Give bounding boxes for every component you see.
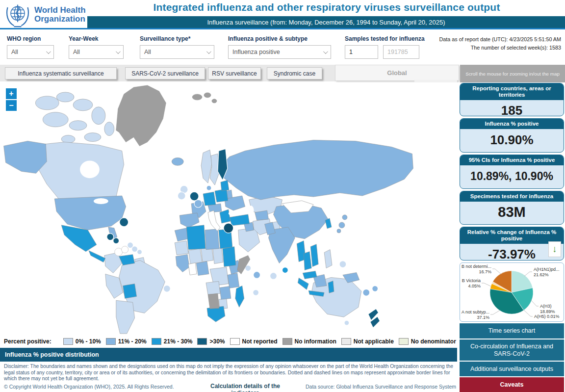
kpi-value: 83M xyxy=(460,202,564,223)
pie-pct: 4.05% xyxy=(468,284,481,288)
map-legend: Percent positive: 0% - 10% 11% - 20% 21%… xyxy=(0,335,459,348)
pie-pct: 37.1% xyxy=(477,315,489,320)
pie-label: A(H3) xyxy=(540,304,552,309)
legend-swatch xyxy=(152,338,161,345)
kpi-card-relative-change: Relative % change of Influenza % positiv… xyxy=(460,227,564,261)
page-title: Integrated influenza and other respirato… xyxy=(88,1,565,13)
header-divider xyxy=(0,28,565,29)
legend-swatch xyxy=(106,338,116,345)
kpi-title: Specimens tested for influenza xyxy=(460,191,564,202)
samples-label: Samples tested for influenza xyxy=(345,35,425,42)
legend-swatch xyxy=(230,338,240,345)
who-logo: World Health Organization xyxy=(4,1,87,28)
world-choropleth-map[interactable] xyxy=(0,82,414,334)
calculation-details-link[interactable]: Calculation details of the indicators xyxy=(196,383,294,392)
caveats-button[interactable]: Caveats xyxy=(460,377,564,392)
copyright-text: © Copyright World Health Organization (W… xyxy=(4,384,174,390)
legend-title: Percent positive: xyxy=(4,338,51,345)
co-circulation-button[interactable]: Co-circulation of Influenza and SARS-CoV… xyxy=(460,340,564,361)
kpi-card-percent-positive: Influenza % positive 10.90% xyxy=(460,118,564,153)
kpi-title: Reporting countries, areas or territorie… xyxy=(460,83,564,100)
pie-label: B not determi... xyxy=(462,264,491,269)
legend-item: Not reported xyxy=(230,338,278,345)
kpi-value: 10.90% xyxy=(460,129,564,151)
legend-swatch xyxy=(399,338,409,345)
pie-label: A(H5) 0.01% xyxy=(534,314,560,319)
legend-item: >30% xyxy=(197,338,225,345)
world-map-area: + − xyxy=(0,82,459,335)
report-info: Data as of report date (UTC): 4/23/2025 … xyxy=(439,35,561,52)
subtype-dropdown[interactable]: Influenza positive xyxy=(228,45,331,59)
pie-wedges[interactable] xyxy=(490,271,533,314)
disclaimer-text: Disclaimer: The boundaries and names sho… xyxy=(4,364,457,382)
kpi-value: 185 xyxy=(460,100,564,116)
year-week-label: Year-Week xyxy=(69,35,99,42)
pie-label: A(H1N1)pd... xyxy=(534,267,560,272)
subtype-pie-card: A(H1N1)pd... 21.62% A(H3) 18.89% A(H5) 0… xyxy=(460,262,564,322)
kpi-card-confidence-intervals: 95% CIs for Influenza % positive 10.89%,… xyxy=(460,155,564,189)
subtype-pie-chart[interactable]: A(H1N1)pd... 21.62% A(H3) 18.89% A(H5) 0… xyxy=(460,263,564,321)
who-emblem-icon xyxy=(4,1,31,28)
surveillance-type-dropdown[interactable]: All xyxy=(140,45,214,59)
legend-swatch xyxy=(282,338,292,345)
who-wordmark: World Health Organization xyxy=(34,6,86,24)
subtype-label: Influenza positive & subtype xyxy=(228,35,308,42)
chevron-down-icon xyxy=(46,49,51,54)
legend-swatch xyxy=(63,338,73,345)
pie-label: B Victoria xyxy=(462,278,481,283)
global-button[interactable]: Global xyxy=(335,65,459,81)
legend-swatch xyxy=(341,338,351,345)
samples-max-input[interactable] xyxy=(383,45,419,59)
chevron-down-icon xyxy=(323,49,328,54)
legend-item: Not applicable xyxy=(341,338,394,345)
legend-item: 11% - 20% xyxy=(106,338,147,345)
kpi-value: 10.89%, 10.90% xyxy=(460,165,564,187)
tab-influenza-systematic[interactable]: Influenza systematic surveillance xyxy=(5,67,117,79)
pie-pct: 18.89% xyxy=(540,309,555,314)
tab-sars-cov-2[interactable]: SARS-CoV-2 surveillance xyxy=(125,67,205,79)
tab-rsv[interactable]: RSV surveillance xyxy=(208,67,261,79)
distribution-section-title: Influenza % positive distribution xyxy=(0,348,457,362)
who-region-dropdown[interactable]: All xyxy=(7,45,54,59)
who-region-label: WHO region xyxy=(7,35,41,42)
kpi-card-reporting-countries: Reporting countries, areas or territorie… xyxy=(460,83,564,116)
chevron-down-icon xyxy=(206,49,211,54)
legend-swatch xyxy=(197,338,207,345)
pie-pct: 16.7% xyxy=(479,269,491,274)
legend-item: No denominator xyxy=(399,338,456,345)
chevron-down-icon xyxy=(116,49,121,54)
legend-item: No information xyxy=(282,338,336,345)
trend-down-arrow-icon: ↓ xyxy=(548,241,561,257)
data-source-text: Data source: Global Influenza Surveillan… xyxy=(298,384,456,390)
kpi-title: Influenza % positive xyxy=(460,119,564,129)
time-series-chart-button[interactable]: Time series chart xyxy=(460,323,564,339)
pie-label: A not subtyp... xyxy=(462,310,489,314)
year-week-dropdown[interactable]: All xyxy=(69,45,124,59)
samples-min-input[interactable] xyxy=(345,45,378,59)
map-zoom-in-button[interactable]: + xyxy=(6,88,17,99)
map-scroll-hint: Scroll the mouse for zooming in/out the … xyxy=(460,65,565,82)
legend-item: 21% - 30% xyxy=(152,338,193,345)
surveillance-type-label: Surveillance type* xyxy=(140,35,190,42)
subtitle-bar: Influenza surveillance (from: Monday, De… xyxy=(87,16,565,28)
map-zoom-out-button[interactable]: − xyxy=(6,100,17,111)
legend-item: 0% - 10% xyxy=(63,338,101,345)
additional-surveillance-button[interactable]: Additional surveillance outputs xyxy=(460,362,564,376)
tab-syndromic[interactable]: Syndromic case xyxy=(267,67,322,79)
kpi-title: 95% CIs for Influenza % positive xyxy=(460,155,564,165)
pie-pct: 21.62% xyxy=(534,272,549,277)
kpi-card-specimens-tested: Specimens tested for influenza 83M xyxy=(460,191,564,225)
